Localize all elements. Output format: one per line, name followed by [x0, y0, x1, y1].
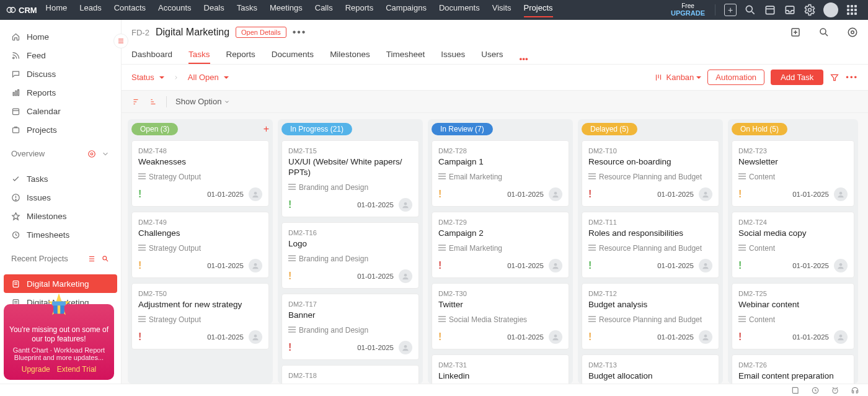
- upgrade-promo[interactable]: Free UPGRADE: [671, 2, 705, 17]
- assignee-avatar[interactable]: [834, 259, 848, 272]
- nav-accounts[interactable]: Accounts: [158, 3, 191, 17]
- assignee-avatar[interactable]: [249, 330, 262, 344]
- allopen-dropdown[interactable]: All Open: [188, 73, 229, 82]
- task-card[interactable]: DM2-T13Budget allocationResource Plannin…: [582, 354, 719, 384]
- status-dropdown[interactable]: Status: [131, 73, 164, 82]
- calendar-icon[interactable]: [764, 4, 776, 16]
- assignee-avatar[interactable]: [549, 330, 562, 344]
- search-icon[interactable]: [744, 4, 756, 16]
- task-card[interactable]: DM2-T48WeaknessesStrategy Output!01-01-2…: [131, 140, 269, 207]
- assignee-avatar[interactable]: [249, 259, 262, 272]
- inbox-icon[interactable]: [784, 4, 796, 16]
- tab-timesheet[interactable]: Timesheet: [386, 50, 425, 64]
- chevron-down-icon[interactable]: [101, 150, 110, 158]
- assignee-avatar[interactable]: [399, 341, 412, 354]
- add-panel-icon[interactable]: [790, 27, 801, 38]
- task-card[interactable]: DM2-T29Campaign 2Email Marketing!01-01-2…: [432, 212, 569, 278]
- assignee-avatar[interactable]: [399, 198, 412, 212]
- book-icon[interactable]: [791, 386, 800, 395]
- sidebar-item-tasks[interactable]: Tasks: [0, 169, 121, 188]
- assignee-avatar[interactable]: [834, 187, 848, 201]
- task-card[interactable]: DM2-T28Campaign 1Email Marketing!01-01-2…: [432, 140, 569, 207]
- assignee-avatar[interactable]: [699, 330, 712, 344]
- apps-icon[interactable]: [846, 4, 858, 16]
- settings-icon[interactable]: [804, 4, 816, 16]
- open-details-button[interactable]: Open Details: [236, 27, 286, 38]
- show-option-dropdown[interactable]: Show Option: [175, 97, 230, 106]
- task-card[interactable]: DM2-T12Budget analysisResource Planning …: [582, 283, 719, 349]
- assignee-avatar[interactable]: [249, 187, 262, 201]
- view-kanban-dropdown[interactable]: Kanban: [654, 73, 702, 82]
- task-card[interactable]: DM2-T24Social media copyContent!01-01-20…: [732, 212, 854, 278]
- tab-users[interactable]: Users: [481, 50, 503, 64]
- sidebar-item-issues[interactable]: Issues: [0, 188, 121, 207]
- settings-proj-icon[interactable]: [847, 27, 858, 38]
- project-more-icon[interactable]: •••: [293, 27, 307, 38]
- tab-dashboard[interactable]: Dashboard: [131, 50, 172, 64]
- nav-calls[interactable]: Calls: [315, 3, 333, 17]
- column-pill[interactable]: Delayed (5): [582, 123, 637, 135]
- nav-campaigns[interactable]: Campaigns: [386, 3, 427, 17]
- tab-more-icon[interactable]: •••: [519, 55, 528, 64]
- sidebar-item-reports[interactable]: Reports: [0, 83, 121, 102]
- add-task-button[interactable]: Add Task: [771, 70, 823, 85]
- filter-icon[interactable]: [830, 73, 839, 83]
- task-card[interactable]: DM2-T30TwitterSocial Media Strategies!01…: [432, 283, 569, 349]
- tab-milestones[interactable]: Milestones: [330, 50, 370, 64]
- brand[interactable]: CRM: [6, 5, 37, 15]
- nav-projects[interactable]: Projects: [524, 3, 553, 17]
- assignee-avatar[interactable]: [549, 259, 562, 272]
- search-small-icon[interactable]: [101, 254, 110, 263]
- assignee-avatar[interactable]: [399, 269, 412, 283]
- tab-tasks[interactable]: Tasks: [188, 50, 210, 64]
- column-pill[interactable]: On Hold (5): [732, 123, 787, 135]
- task-card[interactable]: DM2-T25Webinar contentContent!01-01-2025: [732, 283, 854, 349]
- add-icon[interactable]: +: [724, 4, 737, 16]
- task-card[interactable]: DM2-T26Email content preparationContent!…: [732, 354, 854, 384]
- sidebar-item-timesheets[interactable]: Timesheets: [0, 225, 121, 244]
- sidebar-item-feed[interactable]: Feed: [0, 46, 121, 65]
- column-pill[interactable]: Open (3): [131, 123, 178, 135]
- nav-home[interactable]: Home: [46, 3, 68, 17]
- assignee-avatar[interactable]: [699, 187, 712, 201]
- assignee-avatar[interactable]: [549, 187, 562, 201]
- search-proj-icon[interactable]: [818, 27, 830, 38]
- sliders-icon[interactable]: [87, 254, 96, 263]
- tab-documents[interactable]: Documents: [272, 50, 314, 64]
- automation-button[interactable]: Automation: [707, 70, 764, 85]
- task-card[interactable]: DM2-T17BannerBranding and Design!01-01-2…: [281, 294, 419, 360]
- headset-icon[interactable]: [851, 386, 859, 395]
- task-card[interactable]: DM2-T10Resource on-boardingResource Plan…: [582, 140, 719, 207]
- sidebar-item-home[interactable]: Home: [0, 27, 121, 46]
- sidebar-item-calendar[interactable]: Calendar: [0, 102, 121, 120]
- history-icon[interactable]: [811, 386, 820, 395]
- nav-contacts[interactable]: Contacts: [114, 3, 146, 17]
- sidebar-item-projects[interactable]: Projects: [0, 120, 121, 139]
- sidebar-collapse-icon[interactable]: [113, 34, 128, 48]
- assignee-avatar[interactable]: [834, 330, 848, 344]
- task-card[interactable]: DM2-T11Roles and responsibilitiesResourc…: [582, 212, 719, 278]
- column-pill[interactable]: In Review (7): [432, 123, 493, 135]
- promo-upgrade-link[interactable]: Upgrade: [22, 365, 50, 374]
- sort-asc-icon[interactable]: [131, 97, 140, 106]
- task-card[interactable]: DM2-T23NewsletterContent!01-01-2025: [732, 140, 854, 207]
- nav-meetings[interactable]: Meetings: [270, 3, 303, 17]
- user-avatar[interactable]: [823, 2, 838, 17]
- sidebar-item-discuss[interactable]: Discuss: [0, 65, 121, 83]
- nav-leads[interactable]: Leads: [79, 3, 101, 17]
- sort-desc-icon[interactable]: [149, 97, 157, 106]
- add-card-icon[interactable]: +: [264, 124, 269, 135]
- nav-tasks[interactable]: Tasks: [237, 3, 257, 17]
- nav-documents[interactable]: Documents: [439, 3, 480, 17]
- nav-reports[interactable]: Reports: [345, 3, 374, 17]
- gear-icon[interactable]: [87, 150, 96, 158]
- sidebar-item-milestones[interactable]: Milestones: [0, 207, 121, 225]
- task-card[interactable]: DM2-T16LogoBranding and Design!01-01-202…: [281, 222, 419, 289]
- task-card[interactable]: DM2-T31LinkedinSocial Media Strategies!0…: [432, 354, 569, 384]
- filter-more-icon[interactable]: •••: [846, 73, 858, 82]
- nav-deals[interactable]: Deals: [204, 3, 224, 17]
- promo-extend-link[interactable]: Extend Trial: [57, 365, 96, 374]
- alarm-icon[interactable]: [831, 386, 839, 395]
- column-pill[interactable]: In Progress (21): [281, 123, 352, 135]
- tab-issues[interactable]: Issues: [441, 50, 465, 64]
